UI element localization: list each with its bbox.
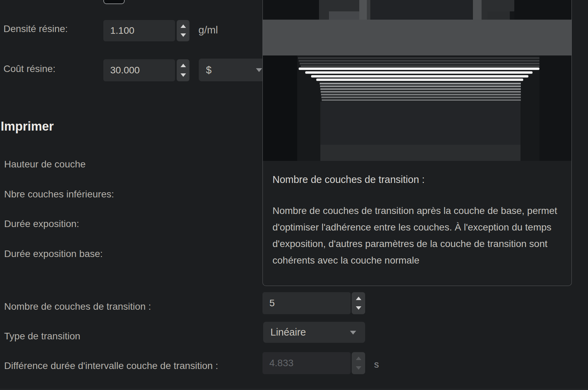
toggle-button-fragment[interactable] [103,0,125,4]
resin-density-input[interactable] [103,20,175,41]
currency-select-value: $ [206,64,212,76]
exposure-time-label: Durée exposition: [4,218,79,229]
step-up-icon[interactable] [180,64,186,67]
transition-interval-unit: s [374,359,379,370]
transition-interval-stepper [352,352,365,374]
transition-type-value: Linéaire [270,327,306,338]
tooltip-body-text: Nombre de couches de transition après la… [272,203,561,269]
chevron-down-icon [256,68,262,72]
transition-layers-preview-image [263,0,572,161]
resin-density-label: Densité résine: [3,23,68,34]
step-down-icon[interactable] [180,33,186,37]
transition-type-select[interactable]: Linéaire [263,322,365,343]
step-up-icon[interactable] [180,24,186,28]
transition-interval-label: Différence durée d'intervalle couche de … [4,360,218,371]
chevron-down-icon [350,331,356,335]
resin-cost-input[interactable] [103,59,175,81]
resin-density-unit: g/ml [198,24,218,36]
step-down-icon[interactable] [180,73,186,77]
currency-select[interactable]: $ [199,59,272,81]
transition-count-label: Nombre de couches de transition : [4,301,151,312]
print-section-heading: Imprimer [1,119,54,134]
tooltip-title: Nombre de couches de transition : [272,174,425,185]
slicer-settings-screen: Densité résine: g/ml Coût résine: $ Impr… [0,0,588,390]
transition-count-input[interactable] [262,292,351,314]
bottom-divider [0,389,588,390]
step-up-icon[interactable] [356,297,361,300]
help-tooltip-panel: Nombre de couches de transition : Nombre… [262,0,572,286]
bottom-layers-label: Nbre couches inférieures: [4,189,114,200]
transition-type-label: Type de transition [4,331,80,342]
resin-cost-label: Coût résine: [3,63,55,74]
transition-count-stepper[interactable] [352,292,365,314]
resin-cost-stepper[interactable] [177,59,189,81]
transition-interval-input [262,352,351,374]
step-up-icon [356,357,361,360]
layer-height-label: Hauteur de couche [4,159,86,170]
resin-density-stepper[interactable] [177,20,189,41]
base-exposure-time-label: Durée exposition base: [4,248,103,259]
step-down-icon[interactable] [356,306,361,310]
step-down-icon [356,366,361,370]
